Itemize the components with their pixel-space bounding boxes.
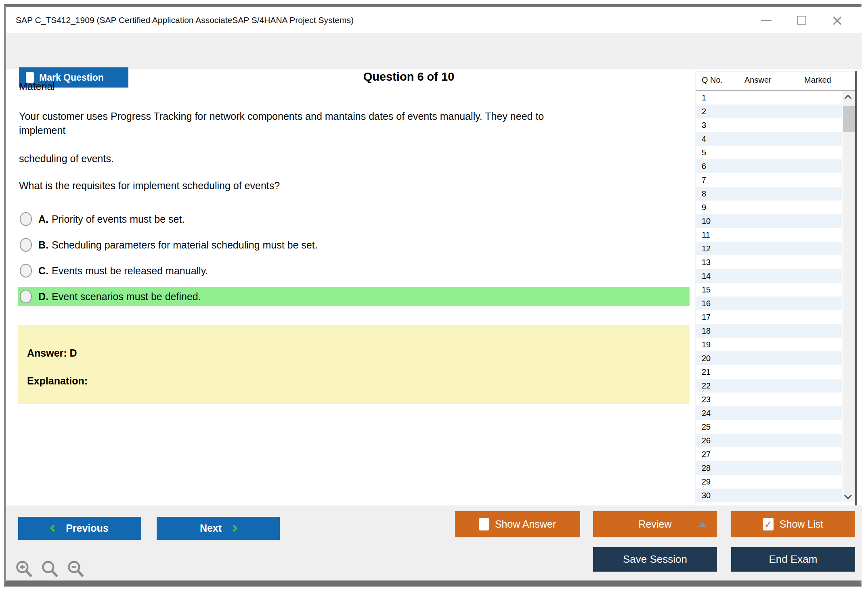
previous-button[interactable]: Previous	[18, 517, 141, 540]
question-table: 1234567891011121314151617181920212223242…	[696, 91, 842, 502]
radio-button[interactable]	[20, 290, 32, 303]
chevron-left-icon	[50, 524, 57, 532]
table-row[interactable]: 19	[696, 338, 842, 351]
scrollbar-thumb[interactable]	[843, 106, 855, 132]
table-row[interactable]: 24	[696, 406, 842, 420]
question-body-line: scheduling of events.	[19, 153, 690, 165]
table-row[interactable]: 18	[696, 324, 842, 338]
answer-option[interactable]: A. Priority of events must be set.	[18, 209, 690, 229]
table-row[interactable]: 14	[696, 269, 842, 283]
answer-option[interactable]: C. Events must be released manually.	[18, 261, 690, 280]
table-row[interactable]: 6	[696, 159, 842, 173]
exam-window: SAP C_TS412_1909 (SAP Certified Applicat…	[6, 7, 862, 580]
table-row[interactable]: 2	[696, 104, 842, 118]
table-row[interactable]: 15	[696, 283, 842, 296]
option-text: Events must be released manually.	[52, 265, 208, 277]
show-list-button[interactable]: ✓ Show List	[731, 511, 855, 537]
row-answer	[736, 214, 793, 228]
row-qno: 15	[696, 283, 736, 296]
table-row[interactable]: 10	[696, 214, 842, 228]
table-row[interactable]: 1	[696, 91, 842, 104]
explanation-label: Explanation:	[27, 375, 690, 387]
caret-up-icon	[698, 522, 707, 527]
table-row[interactable]: 3	[696, 118, 842, 132]
row-marked	[793, 379, 842, 393]
row-marked	[793, 461, 842, 475]
table-row[interactable]: 4	[696, 132, 842, 146]
close-button[interactable]: ×	[831, 14, 843, 26]
table-row[interactable]: 30	[696, 489, 842, 502]
row-qno: 3	[696, 118, 736, 132]
row-marked	[793, 104, 842, 118]
table-row[interactable]: 5	[696, 146, 842, 159]
option-text: Priority of events must be set.	[52, 213, 185, 225]
row-answer	[736, 118, 793, 132]
end-exam-button[interactable]: End Exam	[731, 547, 855, 572]
row-answer	[736, 296, 793, 310]
row-qno: 18	[696, 324, 736, 338]
question-area: Material Your customer uses Progress Tra…	[18, 69, 690, 404]
minimize-button[interactable]	[760, 14, 772, 26]
table-row[interactable]: 7	[696, 173, 842, 187]
table-row[interactable]: 27	[696, 447, 842, 461]
row-answer	[736, 159, 793, 173]
row-qno: 1	[696, 91, 736, 104]
row-answer	[736, 228, 793, 242]
row-qno: 7	[696, 173, 736, 187]
row-marked	[793, 420, 842, 434]
row-qno: 2	[696, 104, 736, 118]
radio-button[interactable]	[20, 264, 32, 278]
option-text: Event scenarios must be defined.	[52, 291, 201, 303]
scroll-up-icon[interactable]	[844, 94, 851, 102]
table-row[interactable]: 20	[696, 351, 842, 365]
show-answer-label: Show Answer	[495, 518, 556, 530]
save-session-button[interactable]: Save Session	[593, 547, 717, 572]
table-row[interactable]: 21	[696, 365, 842, 379]
radio-button[interactable]	[20, 238, 32, 252]
sidebar-scrollbar[interactable]	[843, 91, 855, 502]
show-answer-checkbox[interactable]	[479, 518, 489, 530]
answer-option[interactable]: B. Scheduling parameters for material sc…	[18, 235, 690, 255]
table-row[interactable]: 12	[696, 242, 842, 255]
row-qno: 28	[696, 461, 736, 475]
next-button[interactable]: Next	[157, 517, 280, 540]
table-row[interactable]: 26	[696, 434, 842, 447]
row-marked	[793, 393, 842, 406]
answer-option[interactable]: D. Event scenarios must be defined.	[18, 287, 690, 306]
row-answer	[736, 489, 793, 502]
row-marked	[793, 214, 842, 228]
maximize-button[interactable]	[796, 14, 808, 26]
table-row[interactable]: 13	[696, 255, 842, 269]
row-marked	[793, 173, 842, 187]
row-answer	[736, 324, 793, 338]
row-qno: 29	[696, 475, 736, 489]
table-row[interactable]: 23	[696, 393, 842, 406]
row-marked	[793, 489, 842, 502]
magnifier-icon[interactable]	[41, 560, 59, 578]
row-marked	[793, 351, 842, 365]
scroll-down-icon[interactable]	[844, 492, 851, 499]
radio-button[interactable]	[20, 212, 32, 226]
row-answer	[736, 255, 793, 269]
table-row[interactable]: 25	[696, 420, 842, 434]
show-answer-button[interactable]: Show Answer	[455, 511, 580, 537]
option-letter: B.	[38, 239, 48, 251]
zoom-out-icon[interactable]	[67, 560, 84, 578]
zoom-in-icon[interactable]	[15, 560, 33, 578]
table-row[interactable]: 29	[696, 475, 842, 489]
table-row[interactable]: 11	[696, 228, 842, 242]
zoom-toolbar	[15, 560, 84, 578]
row-qno: 8	[696, 187, 736, 200]
table-row[interactable]: 22	[696, 379, 842, 393]
question-table-header: Q No. Answer Marked	[696, 71, 855, 91]
table-row[interactable]: 28	[696, 461, 842, 475]
review-button[interactable]: Review	[593, 511, 717, 537]
table-row[interactable]: 17	[696, 310, 842, 324]
table-row[interactable]: 8	[696, 187, 842, 200]
row-answer	[736, 173, 793, 187]
table-row[interactable]: 9	[696, 200, 842, 214]
column-answer: Answer	[744, 75, 772, 85]
footer-bar: Previous Next Show Answer Review ✓ Show …	[6, 505, 862, 580]
table-row[interactable]: 16	[696, 296, 842, 310]
show-list-checkbox[interactable]: ✓	[763, 518, 774, 530]
